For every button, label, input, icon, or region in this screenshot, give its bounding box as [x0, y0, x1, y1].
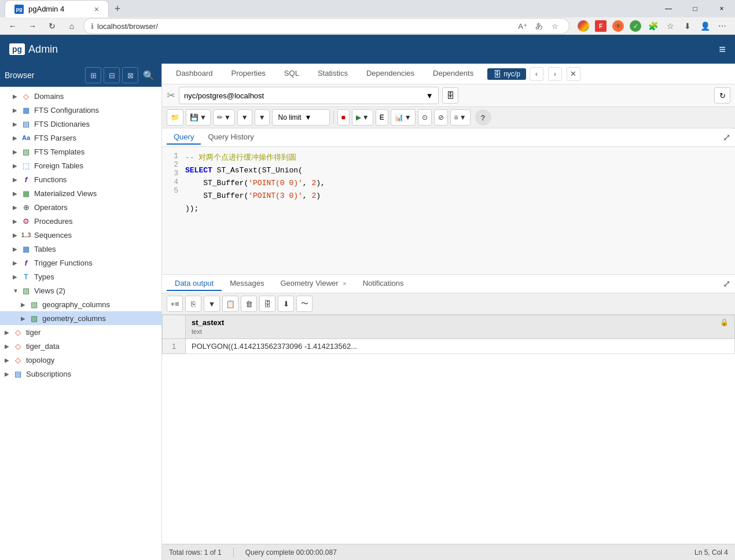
fts-dict-icon: ▤	[21, 119, 31, 129]
tree-item-procedures[interactable]: ▶ ⚙ Procedures	[0, 214, 161, 228]
notifications-tab[interactable]: Notifications	[355, 277, 412, 291]
help-button[interactable]: ?	[475, 109, 491, 126]
sidebar-list-btn[interactable]: ⊠	[122, 67, 138, 83]
edit-button[interactable]: ✏ ▼	[213, 109, 235, 126]
admin-text: Admin	[28, 43, 58, 56]
tree-item-fts-config[interactable]: ▶ ▦ FTS Configurations	[0, 103, 161, 117]
expand-editor-button[interactable]: ⤢	[723, 132, 730, 143]
next-tab-button[interactable]: ›	[548, 67, 562, 81]
tree-item-operators[interactable]: ▶ ⊕ Operators	[0, 200, 161, 214]
tab-sql[interactable]: SQL	[275, 65, 308, 82]
sidebar-search-btn[interactable]: 🔍	[141, 67, 157, 83]
refresh-connection-btn[interactable]: ↻	[714, 87, 730, 104]
save-data-button[interactable]: 🗄	[259, 296, 275, 312]
tree-item-fts-dict[interactable]: ▶ ▤ FTS Dictionaries	[0, 117, 161, 131]
tree-item-tiger[interactable]: ▶ ◇ tiger	[0, 325, 161, 339]
google-icon[interactable]	[575, 18, 591, 34]
tree-item-fts-templates[interactable]: ▶ ▧ FTS Templates	[0, 145, 161, 159]
translate-icon[interactable]: A⁺	[516, 19, 530, 33]
no-limit-button[interactable]: No limit ▼	[272, 109, 330, 126]
execute-button[interactable]: ▶ ▼	[352, 109, 373, 126]
tree-item-tiger-data[interactable]: ▶ ◇ tiger_data	[0, 339, 161, 353]
result-table-wrap[interactable]: st_astext 🔒 text 1	[162, 315, 735, 544]
prev-tab-button[interactable]: ‹	[530, 67, 543, 81]
tree-item-mat-views[interactable]: ▶ ▦ Materialized Views	[0, 186, 161, 200]
sidebar-object-btn[interactable]: ⊞	[85, 67, 101, 83]
explain-analyze-button[interactable]: 📊 ▼	[391, 109, 416, 126]
graph-button[interactable]: 〜	[296, 296, 313, 312]
code-line-2: SELECT ST_AsText(ST_Union(	[185, 164, 728, 177]
filter-button[interactable]: ▼	[237, 109, 252, 126]
tree-item-foreign-tables[interactable]: ▶ ⬚ Foreign Tables	[0, 159, 161, 172]
more-button[interactable]: ⋯	[714, 18, 730, 34]
forward-button[interactable]: →	[24, 18, 41, 34]
rollback-button[interactable]: ⊘	[434, 109, 448, 126]
tree-item-views[interactable]: ▼ ▧ Views (2)	[0, 283, 161, 297]
tree-item-domains[interactable]: ▶ ◇ Domains	[0, 89, 161, 103]
close-tab-button[interactable]: ✕	[567, 67, 580, 81]
paste-button[interactable]: 📋	[222, 296, 238, 312]
expand-result-button[interactable]: ⤢	[723, 278, 730, 289]
tab-statistics[interactable]: Statistics	[308, 65, 357, 82]
tab-properties[interactable]: Properties	[222, 65, 275, 82]
refresh-button[interactable]: ↻	[44, 18, 60, 34]
connection-select[interactable]: nyc/postgres@localhost ▼	[179, 87, 439, 104]
shield-icon[interactable]: ✓	[627, 18, 644, 34]
address-box[interactable]: ℹ localhost/browser/ A⁺ あ ☆	[83, 18, 569, 34]
tree-item-fts-parsers[interactable]: ▶ Aa FTS Parsers	[0, 131, 161, 145]
download-icon[interactable]: ⬇	[679, 18, 696, 34]
hamburger-menu[interactable]: ≡	[719, 43, 726, 56]
close-button[interactable]: ×	[708, 0, 735, 17]
format-button[interactable]: ≡ ▼	[450, 109, 471, 126]
copy-dropdown-button[interactable]: ▼	[204, 296, 220, 312]
query-history-tab[interactable]: Query History	[201, 130, 260, 145]
tree-item-geometry-columns[interactable]: ▶ ▧ geometry_columns	[0, 311, 161, 325]
tab-dependencies[interactable]: Dependencies	[357, 65, 424, 82]
tree-item-tables[interactable]: ▶ ▦ Tables	[0, 242, 161, 256]
save-button[interactable]: 💾 ▼	[186, 109, 211, 126]
tree-item-topology[interactable]: ▶ ◇ topology	[0, 353, 161, 367]
commit-button[interactable]: ⊙	[418, 109, 432, 126]
tab-dashboard[interactable]: Dashboard	[167, 65, 222, 82]
download-button[interactable]: ⬇	[278, 296, 294, 312]
tree-item-functions[interactable]: ▶ f Functions	[0, 172, 161, 186]
add-row-button[interactable]: +≡	[167, 296, 183, 312]
star-icon[interactable]: ☆	[662, 18, 678, 34]
explain-button[interactable]: E	[376, 109, 388, 126]
geometry-viewer-tab[interactable]: Geometry Viewer ×	[272, 277, 354, 291]
tab-dependents[interactable]: Dependents	[424, 65, 483, 82]
code-editor[interactable]: 1 2 3 4 5 -- 对两个点进行缓冲操作得到圆 SELECT ST_AsT…	[162, 147, 735, 274]
fts-templates-icon: ▧	[21, 146, 31, 157]
query-tab[interactable]: Query	[167, 130, 201, 145]
profile-icon[interactable]: 👤	[697, 18, 713, 34]
open-file-button[interactable]: 📁	[167, 109, 183, 126]
owl-icon[interactable]: 👁	[610, 18, 626, 34]
minimize-button[interactable]: —	[655, 0, 682, 17]
tree-item-subscriptions[interactable]: ▶ ▤ Subscriptions	[0, 367, 161, 381]
expand-icon: ▶	[13, 232, 21, 238]
stop-button[interactable]: ■	[337, 109, 350, 126]
new-tab-button[interactable]: +	[109, 0, 126, 17]
database-icon[interactable]: 🗄	[442, 87, 458, 104]
browser-tab[interactable]: pg pgAdmin 4 ×	[5, 0, 109, 17]
copy-button[interactable]: ⎘	[185, 296, 201, 312]
messages-tab[interactable]: Messages	[222, 277, 272, 291]
maximize-button[interactable]: □	[682, 0, 708, 17]
delete-button[interactable]: 🗑	[241, 296, 257, 312]
fe-icon[interactable]: F	[593, 18, 609, 34]
tab-close-button[interactable]: ×	[94, 5, 99, 14]
tree-item-trigger-functions[interactable]: ▶ f Trigger Functions	[0, 256, 161, 270]
close-geometry-tab[interactable]: ×	[343, 280, 346, 287]
puzzle-icon[interactable]: 🧩	[645, 18, 661, 34]
home-button[interactable]: ⌂	[64, 18, 80, 34]
filter-dropdown-button[interactable]: ▼	[255, 109, 270, 126]
tree-item-geography-columns[interactable]: ▶ ▧ geography_columns	[0, 297, 161, 311]
favorites-icon[interactable]: ☆	[548, 19, 562, 33]
tree-area[interactable]: ▶ ◇ Domains ▶ ▦ FTS Configurations ▶ ▤ F…	[0, 87, 161, 560]
read-aloud-icon[interactable]: あ	[532, 19, 546, 33]
tree-item-types[interactable]: ▶ T Types	[0, 270, 161, 283]
sidebar-grid-btn[interactable]: ⊟	[104, 67, 120, 83]
tree-item-sequences[interactable]: ▶ 1..3 Sequences	[0, 228, 161, 242]
back-button[interactable]: ←	[5, 18, 21, 34]
data-output-tab[interactable]: Data output	[167, 277, 222, 291]
